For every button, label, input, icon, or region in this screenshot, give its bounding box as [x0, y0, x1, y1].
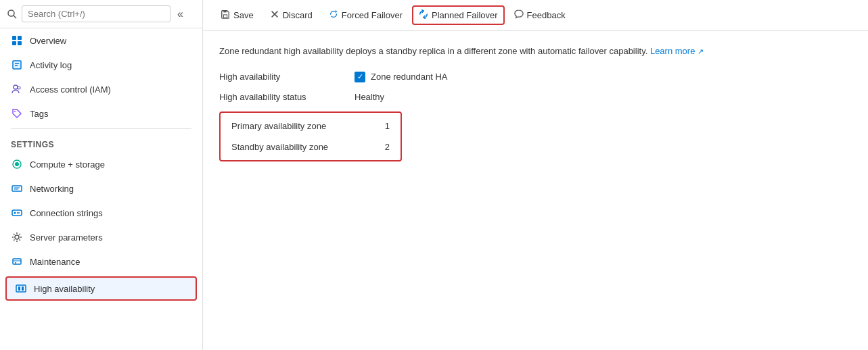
tags-icon — [11, 107, 23, 120]
svg-rect-2 — [12, 36, 16, 40]
save-button[interactable]: Save — [214, 5, 260, 25]
planned-failover-icon — [419, 9, 428, 21]
standby-az-value: 2 — [385, 142, 390, 152]
sidebar-item-label-server-parameters: Server parameters — [30, 232, 103, 243]
svg-rect-14 — [12, 186, 22, 191]
learn-more-link[interactable]: Learn more — [650, 46, 695, 56]
info-text: Zone redundant high availability deploys… — [219, 45, 852, 58]
standby-az-label: Standby availability zone — [231, 142, 328, 152]
svg-rect-25 — [18, 286, 20, 291]
activity-log-icon — [11, 59, 23, 71]
sidebar-item-label-compute-storage: Compute + storage — [30, 159, 105, 170]
content-area: Zone redundant high availability deploys… — [203, 31, 868, 350]
ha-status-text: Healthy — [355, 92, 384, 102]
sidebar-item-label-networking: Networking — [30, 184, 74, 194]
settings-section-label: Settings — [0, 132, 202, 152]
high-availability-value: ✓ Zone redundant HA — [355, 72, 447, 82]
ha-checkbox-icon: ✓ — [355, 72, 365, 82]
networking-icon — [11, 182, 23, 195]
svg-point-0 — [8, 10, 14, 16]
feedback-button[interactable]: Feedback — [507, 5, 572, 25]
svg-rect-3 — [18, 36, 22, 40]
svg-point-13 — [15, 162, 19, 166]
svg-point-11 — [14, 111, 16, 112]
sidebar: « Overview Activity log Access control (… — [0, 0, 203, 350]
planned-failover-label: Planned Failover — [432, 10, 498, 20]
sidebar-divider — [11, 128, 191, 129]
collapse-sidebar-button[interactable]: « — [175, 7, 186, 22]
discard-button[interactable]: Discard — [263, 5, 319, 25]
feedback-icon — [514, 9, 524, 21]
search-bar: « — [0, 0, 202, 28]
search-input[interactable] — [22, 5, 170, 22]
high-availability-field: High availability ✓ Zone redundant HA — [219, 72, 852, 82]
feedback-label: Feedback — [527, 10, 566, 20]
svg-rect-26 — [22, 286, 24, 291]
external-link-icon: ↗ — [698, 47, 704, 55]
sidebar-item-networking[interactable]: Networking — [0, 176, 202, 201]
sidebar-item-label-high-availability: High availability — [34, 284, 95, 294]
search-icon — [7, 9, 18, 20]
save-label: Save — [233, 10, 254, 20]
high-availability-icon — [15, 282, 27, 295]
sidebar-item-activity-log[interactable]: Activity log — [0, 53, 202, 77]
discard-icon — [270, 9, 279, 21]
ha-status-label: High availability status — [219, 92, 355, 102]
sidebar-item-tags[interactable]: Tags — [0, 101, 202, 126]
maintenance-icon — [11, 255, 23, 268]
connection-strings-icon — [11, 207, 23, 219]
availability-zones-box: Primary availability zone 1 Standby avai… — [219, 111, 402, 161]
sidebar-item-label-activity-log: Activity log — [30, 60, 72, 70]
ha-status-value: Healthy — [355, 92, 384, 102]
toolbar: Save Discard Forced Failover Planned Fai… — [203, 0, 868, 31]
svg-rect-28 — [223, 11, 226, 13]
sidebar-item-overview[interactable]: Overview — [0, 28, 202, 53]
compute-storage-icon — [11, 158, 23, 170]
primary-az-row: Primary availability zone 1 — [231, 121, 390, 136]
access-control-icon — [11, 83, 23, 95]
sidebar-item-compute-storage[interactable]: Compute + storage — [0, 152, 202, 176]
ha-status-field: High availability status Healthy — [219, 92, 852, 102]
forced-failover-icon — [329, 9, 338, 21]
svg-rect-5 — [18, 41, 22, 45]
forced-failover-button[interactable]: Forced Failover — [322, 5, 409, 25]
svg-rect-27 — [223, 15, 227, 18]
svg-point-18 — [14, 212, 16, 214]
sidebar-item-label-access-control: Access control (IAM) — [30, 84, 111, 95]
standby-az-row: Standby availability zone 2 — [231, 136, 390, 152]
primary-az-label: Primary availability zone — [231, 121, 326, 131]
svg-point-9 — [14, 85, 18, 89]
svg-rect-4 — [12, 41, 16, 45]
sidebar-item-label-tags: Tags — [30, 109, 48, 119]
svg-rect-6 — [13, 61, 21, 69]
sidebar-item-label-overview: Overview — [30, 36, 66, 46]
svg-point-20 — [15, 235, 19, 239]
sidebar-item-maintenance[interactable]: Maintenance — [0, 249, 202, 274]
sidebar-item-connection-strings[interactable]: Connection strings — [0, 201, 202, 225]
svg-rect-21 — [13, 259, 21, 264]
primary-az-value: 1 — [385, 121, 390, 131]
overview-icon — [11, 34, 23, 47]
save-icon — [221, 9, 230, 21]
forced-failover-label: Forced Failover — [342, 10, 403, 20]
sidebar-item-high-availability[interactable]: High availability — [5, 276, 197, 301]
high-availability-label: High availability — [219, 72, 355, 82]
svg-rect-24 — [16, 285, 26, 292]
discard-label: Discard — [283, 10, 313, 20]
planned-failover-button[interactable]: Planned Failover — [412, 5, 505, 25]
sidebar-item-server-parameters[interactable]: Server parameters — [0, 225, 202, 249]
info-text-main: Zone redundant high availability deploys… — [219, 46, 647, 56]
sidebar-item-label-connection-strings: Connection strings — [30, 208, 103, 218]
sidebar-item-access-control[interactable]: Access control (IAM) — [0, 77, 202, 101]
ha-value-text: Zone redundant HA — [371, 72, 447, 82]
svg-line-1 — [14, 16, 16, 18]
server-parameters-icon — [11, 231, 23, 243]
main-content: Save Discard Forced Failover Planned Fai… — [203, 0, 868, 350]
sidebar-item-label-maintenance: Maintenance — [30, 257, 80, 267]
